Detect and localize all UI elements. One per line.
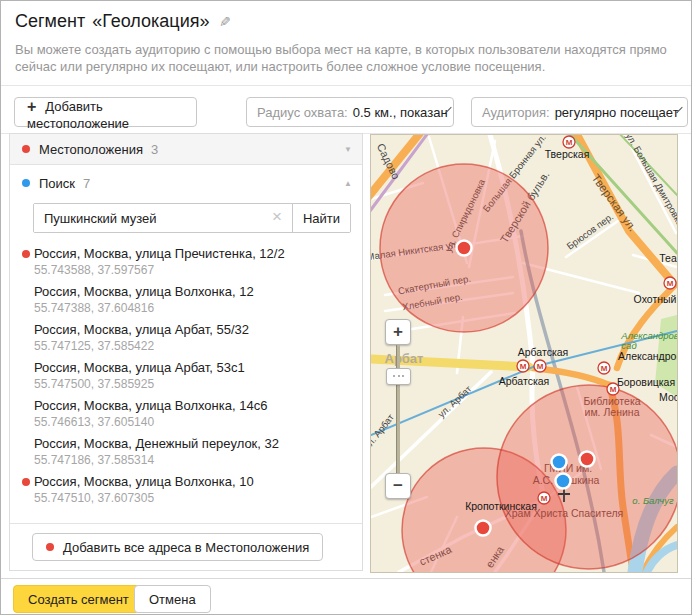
search-result-row[interactable]: Россия, Москва, улица Арбат, 53с1 55.747…	[10, 355, 362, 393]
result-coordinates: 55.743588, 37.597567	[34, 263, 362, 277]
result-coordinates: 55.747500, 37.585925	[34, 377, 362, 391]
audience-dropdown-label: Аудитория:	[482, 105, 550, 120]
search-result-row[interactable]: Россия, Москва, улица Арбат, 55/32 55.74…	[10, 317, 362, 355]
metro-letter: М	[601, 364, 608, 373]
map-label: Тверская	[545, 148, 590, 160]
search-section-header[interactable]: Поиск 7 ▲	[10, 165, 362, 201]
clear-search-icon[interactable]: ×	[268, 207, 292, 229]
map-label: им. Ленина	[585, 406, 640, 418]
metro-letter: М	[537, 362, 544, 371]
search-result-row[interactable]: Россия, Москва, улица Волхонка, 14с6 55.…	[10, 393, 362, 431]
map[interactable]: Садовоул. СпиридоновкаБольшая Бронная ул…	[371, 135, 677, 572]
add-all-row: Добавить все адреса в Местоположения	[10, 523, 362, 570]
metro-letter: М	[541, 494, 548, 503]
radius-dropdown-value: 0.5 км., показан	[353, 105, 448, 120]
zoom-in-button[interactable]: +	[385, 319, 411, 345]
search-box: × Найти	[33, 203, 351, 233]
result-address: Россия, Москва, улица Волхонка, 14с6	[34, 393, 362, 413]
add-all-addresses-button[interactable]: Добавить все адреса в Местоположения	[32, 533, 323, 561]
zoom-out-button[interactable]: −	[385, 473, 411, 499]
result-address: Россия, Москва, улица Волхонка, 10	[34, 469, 362, 489]
audience-dropdown-value: регулярно посещает	[555, 105, 679, 120]
locations-count: 3	[151, 142, 158, 157]
locations-panel: Местоположения 3 ▼ Поиск 7 ▲ × Найти Рос…	[9, 133, 363, 571]
red-dot-icon	[46, 543, 54, 551]
result-address: Россия, Москва, улица Волхонка, 12	[34, 279, 362, 299]
map-marker-red[interactable]	[476, 521, 491, 536]
map-label: Боровицкая	[617, 376, 675, 388]
map-label: Храм Христа Спасителя	[505, 507, 623, 519]
collapse-up-icon[interactable]: ▲	[344, 179, 352, 188]
result-coordinates: 55.746613, 37.605140	[34, 415, 362, 429]
location-marker-dot	[22, 478, 30, 486]
header-divider	[1, 85, 692, 86]
zoom-slider-track[interactable]	[396, 345, 400, 473]
search-result-row[interactable]: Россия, Москва, улица Волхонка, 12 55.74…	[10, 279, 362, 317]
map-label: Арбат	[385, 351, 424, 366]
metro-letter: М	[667, 279, 674, 288]
result-coordinates: 55.747125, 37.585422	[34, 339, 362, 353]
search-count: 7	[83, 176, 90, 191]
title-segment-name: «Геолокация»	[92, 11, 209, 31]
edit-title-icon[interactable]: ✎	[219, 14, 231, 30]
map-marker-red[interactable]	[580, 452, 595, 467]
metro-letter: М	[520, 362, 527, 371]
find-button[interactable]: Найти	[292, 204, 350, 232]
geo-segment-editor: Сегмент«Геолокация»✎ Вы можете создать а…	[0, 0, 692, 615]
collapse-down-icon[interactable]: ▼	[344, 145, 352, 154]
map-label: Александров	[618, 350, 677, 362]
add-location-button[interactable]: +Добавить местоположение	[14, 97, 197, 127]
search-area: × Найти	[10, 201, 362, 241]
map-marker-red[interactable]	[457, 241, 472, 256]
add-location-label: Добавить местоположение	[27, 99, 129, 131]
page-title: Сегмент«Геолокация»✎	[15, 11, 231, 32]
location-marker-dot	[22, 250, 30, 258]
metro-letter: М	[566, 138, 573, 147]
locations-label: Местоположения	[39, 142, 143, 157]
radius-dropdown-label: Радиус охвата:	[257, 105, 348, 120]
map-label: Теа	[659, 252, 677, 264]
radius-dropdown[interactable]: Радиус охвата: 0.5 км., показан	[246, 97, 454, 127]
plus-icon: +	[27, 98, 36, 115]
map-label: Арбатская	[518, 346, 569, 358]
result-coordinates: 55.747388, 37.604816	[34, 301, 362, 315]
search-result-row[interactable]: Россия, Москва, улица Волхонка, 10 55.74…	[10, 469, 362, 507]
result-address: Россия, Москва, Денежный переулок, 32	[34, 431, 362, 451]
map-label: о. Балчуг	[632, 495, 674, 506]
add-all-label: Добавить все адреса в Местоположения	[63, 540, 309, 555]
map-label: Арбатская	[499, 375, 550, 387]
result-coordinates: 55.747510, 37.607305	[34, 491, 362, 505]
result-address: Россия, Москва, улица Арбат, 53с1	[34, 355, 362, 375]
footer-divider	[1, 578, 692, 579]
search-result-row[interactable]: Россия, Москва, Денежный переулок, 32 55…	[10, 431, 362, 469]
title-prefix: Сегмент	[15, 11, 85, 31]
map-canvas[interactable]: Садовоул. СпиридоновкаБольшая Бронная ул…	[371, 135, 677, 572]
map-label: Охотный	[634, 293, 677, 305]
search-input[interactable]	[34, 204, 268, 232]
create-segment-button[interactable]: Создать сегмент	[13, 585, 144, 613]
blue-dot-icon	[22, 179, 30, 187]
map-label: Мос	[659, 391, 677, 403]
page-description: Вы можете создать аудиторию с помощью вы…	[15, 41, 677, 75]
result-address: Россия, Москва, улица Арбат, 55/32	[34, 317, 362, 337]
audience-dropdown[interactable]: Аудитория: регулярно посещает	[471, 97, 688, 127]
map-marker-blue[interactable]	[556, 474, 571, 489]
cancel-button[interactable]: Отмена	[134, 585, 211, 613]
search-label: Поиск	[39, 176, 75, 191]
metro-letter: М	[610, 385, 617, 394]
result-address: Россия, Москва, улица Пречистенка, 12/2	[34, 241, 362, 261]
red-dot-icon	[22, 145, 30, 153]
locations-section-header[interactable]: Местоположения 3 ▼	[10, 134, 362, 165]
map-marker-blue[interactable]	[552, 455, 567, 470]
search-results-list: Россия, Москва, улица Пречистенка, 12/2 …	[10, 241, 362, 507]
search-result-row[interactable]: Россия, Москва, улица Пречистенка, 12/2 …	[10, 241, 362, 279]
zoom-slider-handle[interactable]	[386, 368, 411, 385]
result-coordinates: 55.747186, 37.585314	[34, 453, 362, 467]
